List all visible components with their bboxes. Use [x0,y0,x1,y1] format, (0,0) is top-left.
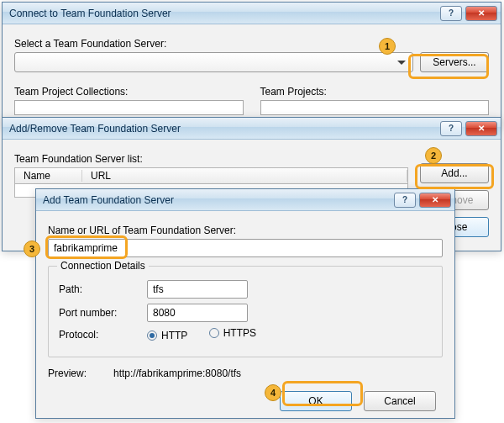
cancel-button[interactable]: Cancel [364,391,436,411]
servers-button[interactable]: Servers... [420,52,489,72]
protocol-label: Protocol: [59,329,147,341]
radio-icon [209,328,219,338]
add-button[interactable]: Add... [420,163,489,183]
ok-button[interactable]: OK [280,391,352,411]
connection-details-group: Connection Details Path: tfs Port number… [48,266,443,357]
collections-label: Team Project Collections: [14,86,244,98]
titlebar[interactable]: Add/Remove Team Foundation Server ? ✕ [3,118,501,140]
help-button[interactable]: ? [440,6,462,21]
close-button[interactable]: ✕ [465,6,497,21]
col-name[interactable]: Name [15,170,82,182]
server-dropdown[interactable] [14,52,413,72]
path-label: Path: [59,283,147,295]
select-server-label: Select a Team Foundation Server: [14,38,489,50]
projects-list[interactable] [260,100,490,115]
server-grid-header: Name URL [14,167,408,184]
connect-tfs-dialog: Connect to Team Foundation Server ? ✕ Se… [2,2,501,128]
callout-1: 1 [379,38,396,55]
path-input[interactable]: tfs [147,280,248,299]
dialog-title: Add/Remove Team Foundation Server [9,123,437,135]
close-button[interactable]: ✕ [419,193,451,208]
server-name-input[interactable]: fabrikamprime [48,239,443,257]
help-button[interactable]: ? [394,193,416,208]
projects-label: Team Projects: [260,86,490,98]
dialog-title: Add Team Foundation Server [43,194,391,206]
server-name-label: Name or URL of Team Foundation Server: [48,225,443,236]
titlebar[interactable]: Add Team Foundation Server ? ✕ [36,189,454,211]
dialog-title: Connect to Team Foundation Server [9,8,437,19]
port-input[interactable]: 8080 [147,304,248,322]
server-list-label: Team Foundation Server list: [14,153,408,165]
add-tfs-dialog: Add Team Foundation Server ? ✕ Name or U… [35,188,455,419]
close-button[interactable]: ✕ [465,121,497,136]
port-label: Port number: [59,307,147,319]
col-url[interactable]: URL [82,170,407,182]
server-name-value: fabrikamprime [54,242,118,254]
protocol-https-radio[interactable]: HTTPS [209,327,256,339]
help-button[interactable]: ? [440,121,462,136]
preview-value: http://fabrikamprime:8080/tfs [113,367,241,379]
callout-2: 2 [425,147,442,164]
protocol-http-radio[interactable]: HTTP [147,330,187,341]
preview-label: Preview: [48,367,113,379]
titlebar[interactable]: Connect to Team Foundation Server ? ✕ [3,3,501,24]
callout-4: 4 [265,384,281,401]
callout-3: 3 [24,241,40,257]
radio-icon [147,330,157,341]
collections-list[interactable] [14,100,244,115]
group-title: Connection Details [57,260,149,272]
